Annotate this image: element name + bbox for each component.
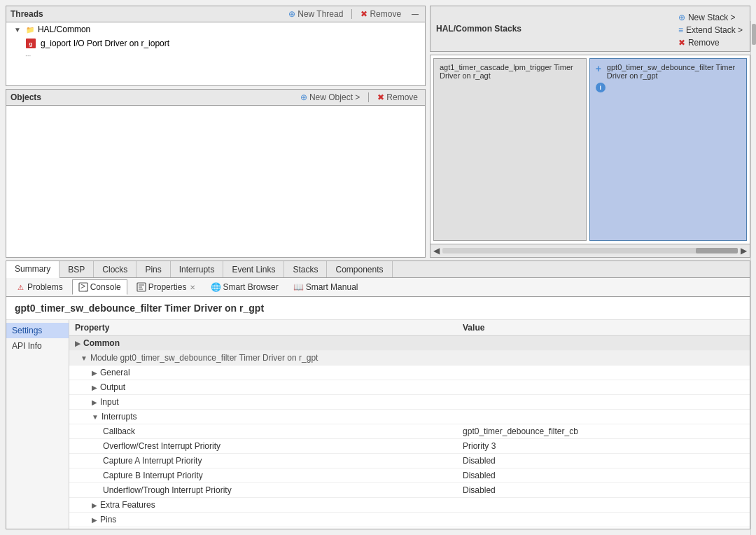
tab-stacks[interactable]: Stacks — [284, 261, 327, 277]
view-tab-console[interactable]: >_ Console — [72, 279, 127, 295]
chip-icon: g — [25, 38, 36, 49]
expand-icon[interactable]: ▶ — [92, 398, 97, 406]
content-title: gpt0_timer_sw_debounce_filter Timer Driv… — [6, 297, 750, 320]
table-row: ▶General — [69, 366, 750, 380]
expand-icon[interactable]: ▶ — [92, 501, 97, 509]
threads-scrollbar-thumb[interactable] — [752, 24, 756, 45]
threads-title: Threads — [10, 9, 43, 19]
tab-event-links[interactable]: Event Links — [223, 261, 284, 277]
main-tab-bar: Summary BSP Clocks Pins Interrupts Event… — [6, 261, 750, 278]
extend-stack-button[interactable]: ≡ Extend Stack > — [677, 25, 744, 36]
expand-icon[interactable]: ▶ — [92, 369, 97, 377]
new-thread-button[interactable]: ⊕ New Thread — [286, 8, 346, 20]
table-row: ▶Extra Features — [69, 498, 750, 513]
thread-label: HAL/Common — [38, 25, 90, 34]
table-row: ▶Common — [69, 336, 750, 351]
stacks-title: HAL/Common Stacks — [436, 24, 522, 34]
view-tab-problems[interactable]: ⚠ Problems — [9, 279, 69, 295]
objects-remove-icon: ✖ — [377, 92, 384, 102]
new-object-button[interactable]: ⊕ New Object > — [298, 92, 363, 103]
right-panel: HAL/Common Stacks ⊕ New Stack > ≡ Extend… — [430, 6, 750, 258]
properties-close-button[interactable]: ✕ — [190, 284, 195, 291]
threads-remove-icon: ✖ — [360, 9, 368, 19]
table-row: ▶Pins — [69, 513, 750, 527]
smart-browser-icon: 🌐 — [211, 282, 220, 292]
tab-pins[interactable]: Pins — [136, 261, 170, 277]
col-property: Property — [69, 320, 457, 336]
threads-toolbar: ⊕ New Thread ✖ Remove ─ — [286, 8, 421, 20]
thread-more-icon: ··· — [25, 52, 31, 60]
threads-remove-button[interactable]: ✖ Remove — [358, 8, 404, 20]
table-row: Overflow/Crest Interrupt Priority Priori… — [69, 439, 750, 454]
new-thread-icon: ⊕ — [288, 9, 295, 19]
expand-icon[interactable]: ▼ — [92, 413, 99, 421]
extend-stack-icon: ≡ — [678, 25, 683, 35]
stacks-content: agt1_timer_cascade_lpm_trigger Timer Dri… — [430, 55, 750, 258]
table-row: Callback gpt0_timer_debounce_filter_cb — [69, 424, 750, 439]
stacks-header: HAL/Common Stacks ⊕ New Stack > ≡ Extend… — [430, 6, 750, 52]
objects-panel-body — [6, 106, 425, 257]
tab-interrupts[interactable]: Interrupts — [171, 261, 224, 277]
expand-icon[interactable]: ▶ — [92, 384, 97, 391]
stack-card-label: gpt0_timer_sw_debounce_filter Timer Driv… — [607, 63, 741, 80]
properties-table: Property Value ▶Common ▼Module gpt0_ — [69, 320, 750, 529]
tab-components[interactable]: Components — [327, 261, 392, 277]
thread-item-hal-common[interactable]: ▼ 📁 HAL/Common — [6, 22, 425, 36]
stack-add-icon: + — [596, 63, 601, 74]
stacks-remove-button[interactable]: ✖ Remove — [677, 37, 744, 48]
threads-panel-body: ▼ 📁 HAL/Common g g_ioport I/O Port Drive… — [6, 22, 425, 85]
content-area: gpt0_timer_sw_debounce_filter Timer Driv… — [6, 297, 750, 529]
view-tab-smart-browser[interactable]: 🌐 Smart Browser — [204, 279, 284, 295]
stacks-scroll-left[interactable]: ◀ — [433, 246, 440, 256]
col-value: Value — [457, 320, 750, 336]
threads-panel-header: Threads ⊕ New Thread ✖ Remove ─ — [6, 6, 425, 22]
stacks-scrollbar-thumb — [696, 248, 738, 253]
objects-panel-header: Objects ⊕ New Object > ✖ Remove — [6, 90, 425, 106]
stacks-items: agt1_timer_cascade_lpm_trigger Timer Dri… — [430, 55, 750, 244]
view-tab-properties[interactable]: Properties ✕ — [130, 279, 202, 295]
threads-minimize-button[interactable]: ─ — [410, 8, 421, 20]
threads-panel: Threads ⊕ New Thread ✖ Remove ─ — [6, 6, 426, 86]
stack-card-gpt0[interactable]: + gpt0_timer_sw_debounce_filter Timer Dr… — [589, 58, 747, 241]
stack-card-agt1[interactable]: agt1_timer_cascade_lpm_trigger Timer Dri… — [433, 58, 587, 241]
properties-data-table: Property Value ▶Common ▼Module gpt0_ — [69, 320, 750, 527]
objects-remove-button[interactable]: ✖ Remove — [374, 92, 421, 103]
objects-toolbar-sep — [368, 92, 369, 102]
tab-bsp[interactable]: BSP — [59, 261, 94, 277]
view-tab-bar: ⚠ Problems >_ Console — [6, 278, 750, 297]
new-stack-icon: ⊕ — [678, 13, 685, 22]
thread-item-ioport[interactable]: g g_ioport I/O Port Driver on r_ioport — [6, 36, 425, 50]
threads-toolbar-sep — [351, 9, 352, 19]
stacks-toolbar: ⊕ New Stack > ≡ Extend Stack > ✖ Remove — [677, 12, 744, 48]
settings-area: Settings API Info Property Value — [6, 320, 750, 529]
new-stack-button[interactable]: ⊕ New Stack > — [677, 12, 744, 23]
table-row: ▶Input — [69, 395, 750, 410]
properties-icon — [136, 282, 146, 292]
thread-label: g_ioport I/O Port Driver on r_ioport — [41, 39, 169, 48]
expand-icon[interactable]: ▼ — [80, 354, 88, 362]
expand-icon[interactable]: ▶ — [92, 516, 97, 524]
problems-icon: ⚠ — [15, 282, 25, 292]
table-row: ▼Interrupts — [69, 410, 750, 424]
left-panels: Threads ⊕ New Thread ✖ Remove ─ — [6, 6, 426, 258]
folder-icon: 📁 — [24, 24, 36, 35]
table-row: ▶Output — [69, 380, 750, 395]
table-row: Underflow/Trough Interrupt Priority Disa… — [69, 483, 750, 498]
tab-clocks[interactable]: Clocks — [94, 261, 136, 277]
info-icon: i — [596, 83, 606, 92]
expand-icon: ▼ — [14, 26, 21, 34]
tab-summary[interactable]: Summary — [6, 261, 59, 278]
top-section: Threads ⊕ New Thread ✖ Remove ─ — [6, 6, 750, 258]
thread-item-more[interactable]: ··· — [6, 50, 425, 61]
bottom-section: Summary BSP Clocks Pins Interrupts Event… — [6, 260, 750, 529]
sidebar-item-settings[interactable]: Settings — [6, 323, 69, 338]
smart-manual-icon: 📖 — [294, 282, 304, 292]
svg-text:>_: >_ — [80, 282, 88, 291]
expand-icon[interactable]: ▶ — [75, 340, 80, 347]
stacks-remove-icon: ✖ — [678, 38, 685, 48]
stacks-scroll-right[interactable]: ▶ — [741, 246, 747, 256]
settings-sidebar: Settings API Info — [6, 320, 69, 529]
view-tab-smart-manual[interactable]: 📖 Smart Manual — [288, 279, 365, 295]
objects-toolbar: ⊕ New Object > ✖ Remove — [298, 92, 421, 103]
sidebar-item-api-info[interactable]: API Info — [6, 338, 69, 354]
